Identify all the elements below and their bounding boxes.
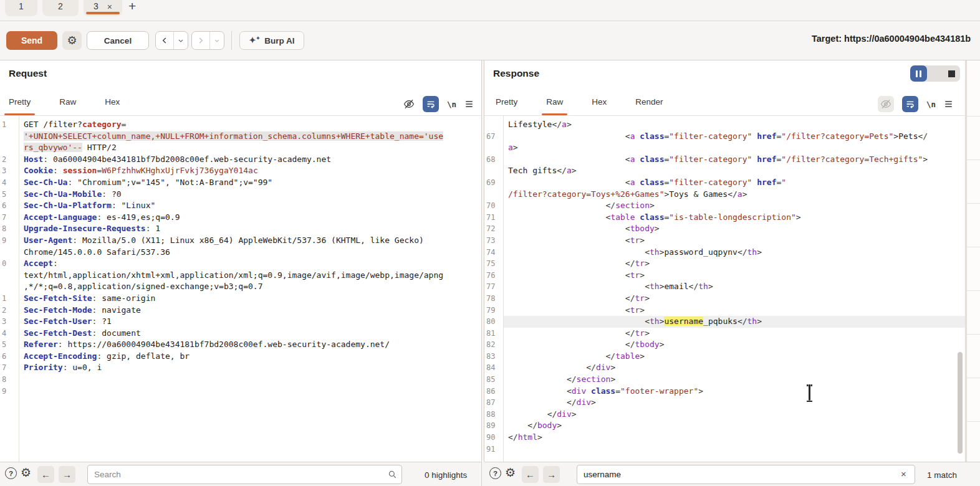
help-icon[interactable]: ? [489, 467, 501, 479]
show-newlines-icon[interactable]: \n [447, 100, 456, 109]
code-line[interactable]: 70 </section> [484, 200, 965, 212]
response-editor[interactable]: Lifestyle</a>67 <a class="filter-categor… [484, 116, 965, 462]
previous-match-button[interactable]: ← [37, 466, 54, 483]
rows-layout-button[interactable] [927, 65, 944, 82]
code-line[interactable]: 9User-Agent: Mozilla/5.0 (X11; Linux x86… [0, 235, 481, 247]
burp-ai-button[interactable]: ✦✦ Burp AI [239, 31, 304, 50]
code-line[interactable]: 91 [484, 444, 965, 455]
code-line[interactable]: 85 </section> [484, 374, 965, 386]
tab-pretty[interactable]: Pretty [4, 88, 35, 115]
code-line[interactable]: 76 <tr> [484, 270, 965, 282]
hide-nonprintable-icon[interactable] [878, 96, 894, 112]
code-line[interactable]: 74 <th>password_uqpynv</th> [484, 247, 965, 259]
tab-hex[interactable]: Hex [100, 88, 124, 115]
back-button[interactable] [156, 32, 174, 49]
inspector-collapsed-strip[interactable] [966, 60, 980, 486]
code-line[interactable]: rs_qbvywo'-- HTTP/2 [0, 142, 481, 154]
forward-button[interactable] [192, 32, 210, 49]
code-line[interactable]: 8Upgrade-Insecure-Requests: 1 [0, 223, 481, 235]
code-line[interactable]: 79 <tr> [484, 305, 965, 317]
code-line[interactable]: 72 <tbody> [484, 223, 965, 235]
repeater-tab-3[interactable]: 3× [84, 0, 122, 16]
cancel-button[interactable]: Cancel [87, 31, 149, 50]
code-line[interactable]: 9 [0, 386, 481, 398]
forward-dropdown-button[interactable] [210, 32, 224, 49]
tab-hex[interactable]: Hex [587, 88, 611, 115]
code-line[interactable]: /filter?category=Toys+%26+Games">Toys & … [484, 189, 965, 201]
code-line[interactable]: 78 </tr> [484, 293, 965, 305]
help-icon[interactable]: ? [5, 467, 17, 479]
word-wrap-icon[interactable] [423, 96, 439, 112]
request-search-input[interactable] [87, 465, 402, 484]
code-line[interactable]: 68 <a class="filter-category" href="/fil… [484, 154, 965, 166]
editor-menu-icon[interactable] [464, 100, 474, 108]
show-newlines-icon[interactable]: \n [926, 100, 936, 109]
hide-nonprintable-icon[interactable] [403, 98, 415, 110]
code-line[interactable]: Chrome/145.0.0.0 Safari/537.36 [0, 247, 481, 259]
code-line[interactable]: 81 </tr> [484, 328, 965, 340]
tab-raw[interactable]: Raw [55, 88, 80, 115]
repeater-tab-1[interactable]: 1 [5, 0, 37, 16]
code-line[interactable]: 6Sec-Ch-Ua-Platform: "Linux" [0, 200, 481, 212]
code-line[interactable]: 84 </div> [484, 362, 965, 374]
code-line[interactable]: 82 </tbody> [484, 339, 965, 351]
code-line[interactable]: 5Referer: https://0a60004904be434181bf7b… [0, 339, 481, 351]
code-line[interactable]: 86 <div class="footer-wrapper"> [484, 386, 965, 398]
request-editor[interactable]: 1GET /filter?category='+UNION+SELECT+col… [0, 116, 481, 462]
response-scrollbar[interactable] [958, 352, 963, 454]
send-button[interactable]: Send [6, 31, 57, 50]
code-line[interactable]: 1GET /filter?category= [0, 119, 481, 131]
code-line[interactable]: ,*/*;q=0.8,application/signed-exchange;v… [0, 281, 481, 293]
repeater-tab-2[interactable]: 2 [42, 0, 79, 16]
code-line[interactable]: 0Accept: [0, 258, 481, 270]
code-line[interactable]: 83 </table> [484, 351, 965, 363]
code-line[interactable]: 7Priority: u=0, i [0, 362, 481, 374]
previous-match-button[interactable]: ← [522, 466, 539, 483]
code-line[interactable]: '+UNION+SELECT+column_name,+NULL+FROM+in… [0, 131, 481, 143]
search-settings-gear-icon[interactable]: ⚙ [21, 465, 31, 480]
code-line[interactable]: 1Sec-Fetch-Site: same-origin [0, 293, 481, 305]
word-wrap-icon[interactable] [902, 96, 918, 112]
single-layout-button[interactable] [943, 65, 960, 82]
clear-search-icon[interactable]: × [901, 469, 906, 479]
code-line[interactable]: 75 </tr> [484, 258, 965, 270]
code-line[interactable]: 7Accept-Language: es-419,es;q=0.9 [0, 212, 481, 224]
code-line[interactable]: 67 <a class="filter-category" href="/fil… [484, 131, 965, 143]
next-match-button[interactable]: → [543, 466, 560, 483]
new-tab-button[interactable]: + [128, 0, 136, 12]
code-line[interactable]: 3Cookie: session=W6PfzhhwKHghxUjrFvkj736… [0, 165, 481, 177]
code-line[interactable]: 3Sec-Fetch-User: ?1 [0, 316, 481, 328]
code-line[interactable]: Tech gifts</a> [484, 165, 965, 177]
code-line[interactable]: text/html,application/xhtml+xml,applicat… [0, 270, 481, 282]
code-line[interactable]: 6Accept-Encoding: gzip, deflate, br [0, 351, 481, 363]
tab-render[interactable]: Render [631, 88, 667, 115]
code-line[interactable]: 2Sec-Fetch-Mode: navigate [0, 305, 481, 317]
code-line[interactable]: 4Sec-Fetch-Dest: document [0, 328, 481, 340]
line-number: 9 [0, 235, 19, 247]
next-match-button[interactable]: → [59, 466, 75, 483]
code-line[interactable]: 5Sec-Ch-Ua-Mobile: ?0 [0, 189, 481, 201]
code-line[interactable]: 77 <th>email</th> [484, 281, 965, 293]
columns-layout-button[interactable] [910, 65, 927, 82]
response-search-input[interactable] [577, 465, 915, 484]
search-settings-gear-icon[interactable]: ⚙ [505, 465, 516, 480]
back-dropdown-button[interactable] [174, 32, 188, 49]
close-tab-icon[interactable]: × [107, 2, 112, 11]
send-settings-gear-icon[interactable]: ⚙ [62, 31, 82, 50]
code-line[interactable]: 87 </div> [484, 397, 965, 409]
editor-menu-icon[interactable] [944, 100, 953, 108]
code-line[interactable]: 89 </body> [484, 420, 965, 432]
code-line[interactable]: 80 <th>username_pqbuks</th> [484, 316, 965, 328]
code-line[interactable]: Lifestyle</a> [484, 119, 965, 131]
tab-pretty[interactable]: Pretty [491, 88, 522, 115]
code-line[interactable]: 69 <a class="filter-category" href=" [484, 177, 965, 189]
code-line[interactable]: 71 <table class="is-table-longdescriptio… [484, 212, 965, 224]
code-line[interactable]: 73 <tr> [484, 235, 965, 247]
code-line[interactable]: 8 [0, 374, 481, 386]
tab-raw[interactable]: Raw [542, 88, 567, 115]
code-line[interactable]: a> [484, 142, 965, 154]
code-line[interactable]: 2Host: 0a60004904be434181bf7bd2008c00ef.… [0, 154, 481, 166]
code-line[interactable]: 90</html> [484, 432, 965, 444]
code-line[interactable]: 4Sec-Ch-Ua: "Chromium";v="145", "Not:A-B… [0, 177, 481, 189]
code-line[interactable]: 88 </div> [484, 409, 965, 421]
